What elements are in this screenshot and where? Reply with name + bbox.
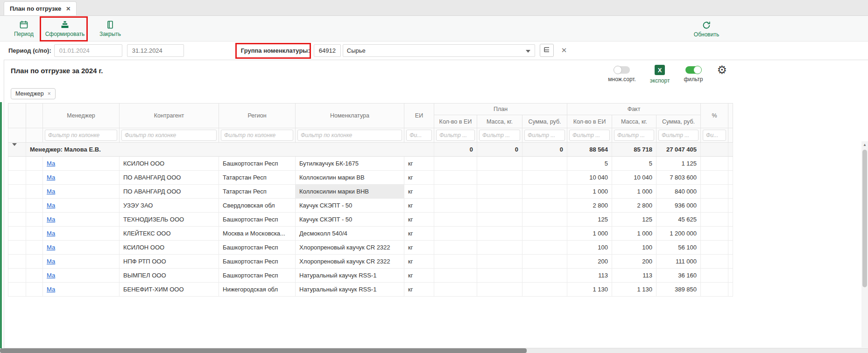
unit-cell[interactable]: кг — [404, 199, 434, 213]
manager-link[interactable]: Ма — [47, 188, 55, 195]
filter-input-fact-mass[interactable] — [614, 130, 654, 141]
nomenclature-cell[interactable]: Бутилкаучук БК-1675 — [296, 157, 404, 171]
fact-sum-cell[interactable]: 111 000 — [656, 255, 701, 269]
collapse-arrow-icon[interactable] — [12, 143, 17, 153]
fact-sum-cell[interactable]: 389 850 — [656, 283, 701, 297]
fact-qty-cell[interactable]: 10 040 — [567, 171, 612, 185]
manager-link[interactable]: Ма — [47, 216, 55, 223]
nomenclature-cell[interactable]: Натуральный каучук RSS-1 — [296, 283, 404, 297]
filter-input-region[interactable] — [221, 130, 293, 141]
fact-mass-cell[interactable]: 10 040 — [612, 171, 656, 185]
group-row-label[interactable]: Менеджер: Малова Е.В. — [26, 143, 434, 157]
region-cell[interactable]: Нижегородская обл — [219, 283, 296, 297]
filter-input-plan-sum[interactable] — [524, 130, 565, 141]
date-from-input[interactable] — [54, 44, 122, 57]
filter-toggle-control[interactable]: фильтр — [684, 65, 703, 83]
horizontal-scrollbar-thumb[interactable] — [0, 348, 527, 353]
unit-cell[interactable]: кг — [404, 269, 434, 283]
filter-input-plan-mass[interactable] — [479, 130, 520, 141]
filter-input-manager[interactable] — [45, 130, 117, 141]
contragent-cell[interactable]: ТЕХНОДИЗЕЛЬ ООО — [120, 213, 219, 227]
column-header-plan-qty[interactable]: Кол-во в ЕИ — [434, 115, 477, 128]
settings-control[interactable]: ⚙ — [717, 65, 727, 75]
region-cell[interactable]: Татарстан Респ — [219, 171, 296, 185]
fact-sum-cell[interactable]: 7 803 600 — [656, 171, 701, 185]
manager-link[interactable]: Ма — [47, 272, 55, 279]
export-control[interactable]: X экспорт — [650, 65, 670, 84]
fact-mass-cell[interactable]: 125 — [612, 213, 656, 227]
fact-qty-cell[interactable]: 1 130 — [567, 283, 612, 297]
fact-sum-cell[interactable]: 840 000 — [656, 185, 701, 199]
vertical-scrollbar[interactable]: ▲ — [861, 141, 868, 347]
nomenclature-cell[interactable]: Хлоропреновый каучук CR 2322 — [296, 255, 404, 269]
column-header-unit[interactable]: ЕИ — [404, 104, 434, 128]
contragent-cell[interactable]: БЕНЕФИТ-ХИМ ООО — [120, 283, 219, 297]
excel-icon[interactable]: X — [655, 65, 665, 75]
filter-input-contragent[interactable] — [121, 130, 217, 141]
manager-link[interactable]: Ма — [47, 174, 55, 181]
manager-link[interactable]: Ма — [47, 230, 55, 237]
fact-qty-cell[interactable]: 1 000 — [567, 227, 612, 241]
nomenclature-cell[interactable]: Каучук СКЭПТ - 50 — [296, 213, 404, 227]
region-cell[interactable]: Башкортостан Респ — [219, 241, 296, 255]
fact-sum-cell[interactable]: 36 160 — [656, 269, 701, 283]
contragent-cell[interactable]: КЛЕЙТЕКС ООО — [120, 227, 219, 241]
region-cell[interactable]: Башкортостан Респ — [219, 157, 296, 171]
unit-cell[interactable]: кг — [404, 255, 434, 269]
nomenclature-cell[interactable]: Натуральный каучук RSS-1 — [296, 269, 404, 283]
contragent-cell[interactable]: ПО АВАНГАРД ООО — [120, 185, 219, 199]
filter-input-fact-sum[interactable] — [658, 130, 699, 141]
close-button[interactable]: Закрыть — [96, 17, 124, 40]
column-header-percent[interactable]: % — [701, 104, 728, 128]
fact-sum-cell[interactable]: 56 100 — [656, 241, 701, 255]
fact-qty-cell[interactable]: 1 000 — [567, 185, 612, 199]
group-code-input[interactable] — [314, 44, 341, 57]
contragent-cell[interactable]: ПО АВАНГАРД ООО — [120, 171, 219, 185]
clear-group-button[interactable]: ✕ — [561, 46, 567, 55]
nomenclature-cell[interactable]: Коллоксилин марки ВВ — [296, 171, 404, 185]
hierarchy-button[interactable] — [540, 44, 554, 57]
column-header-manager[interactable]: Менеджер — [43, 104, 120, 128]
contragent-cell[interactable]: КСИЛОН ООО — [120, 157, 219, 171]
column-header-region[interactable]: Регион — [219, 104, 296, 128]
fact-sum-cell[interactable]: 936 000 — [656, 199, 701, 213]
fact-mass-cell[interactable]: 1 000 — [612, 185, 656, 199]
column-header-contragent[interactable]: Контрагент — [120, 104, 219, 128]
period-button[interactable]: Период — [10, 17, 37, 40]
filter-input-fact-qty[interactable] — [569, 130, 610, 141]
nomenclature-cell[interactable]: Каучук СКЭПТ - 50 — [296, 199, 404, 213]
nomenclature-cell[interactable]: Десмоколл 540/4 — [296, 227, 404, 241]
tab-plan-po-otgruzke[interactable]: План по отгрузке ✕ — [4, 1, 77, 15]
unit-cell[interactable]: кг — [404, 185, 434, 199]
contragent-cell[interactable]: УЗЭУ ЗАО — [120, 199, 219, 213]
fact-qty-cell[interactable]: 2 800 — [567, 199, 612, 213]
group-expander-cell[interactable] — [8, 143, 26, 157]
chevron-down-icon[interactable] — [526, 50, 530, 53]
manager-link[interactable]: Ма — [47, 244, 55, 251]
region-cell[interactable]: Башкортостан Респ — [219, 255, 296, 269]
gear-icon[interactable]: ⚙ — [717, 65, 727, 75]
unit-cell[interactable]: кг — [404, 241, 434, 255]
unit-cell[interactable]: кг — [404, 283, 434, 297]
unit-cell[interactable]: кг — [404, 171, 434, 185]
nomenclature-cell[interactable]: Коллоксилин марки ВНВ — [296, 185, 404, 199]
region-cell[interactable]: Башкортостан Респ — [219, 213, 296, 227]
vertical-scrollbar-thumb[interactable] — [862, 150, 867, 287]
horizontal-scrollbar[interactable] — [0, 348, 868, 353]
manager-link[interactable]: Ма — [47, 202, 55, 209]
refresh-button[interactable]: Обновить — [692, 18, 721, 40]
column-header-plan-sum[interactable]: Сумма, руб. — [522, 115, 567, 128]
region-cell[interactable]: Башкортостан Респ — [219, 269, 296, 283]
column-header-fact-sum[interactable]: Сумма, руб. — [656, 115, 701, 128]
unit-cell[interactable]: кг — [404, 227, 434, 241]
column-header-plan-mass[interactable]: Масса, кг. — [477, 115, 522, 128]
column-header-fact-qty[interactable]: Кол-во в ЕИ — [567, 115, 612, 128]
fact-qty-cell[interactable]: 200 — [567, 255, 612, 269]
region-cell[interactable]: Татарстан Респ — [219, 185, 296, 199]
contragent-cell[interactable]: ВЫМПЕЛ ООО — [120, 269, 219, 283]
fact-sum-cell[interactable]: 45 625 — [656, 213, 701, 227]
scroll-up-icon[interactable]: ▲ — [861, 141, 868, 148]
multisort-toggle-icon[interactable] — [614, 66, 630, 74]
fact-mass-cell[interactable]: 2 800 — [612, 199, 656, 213]
unit-cell[interactable]: кг — [404, 213, 434, 227]
